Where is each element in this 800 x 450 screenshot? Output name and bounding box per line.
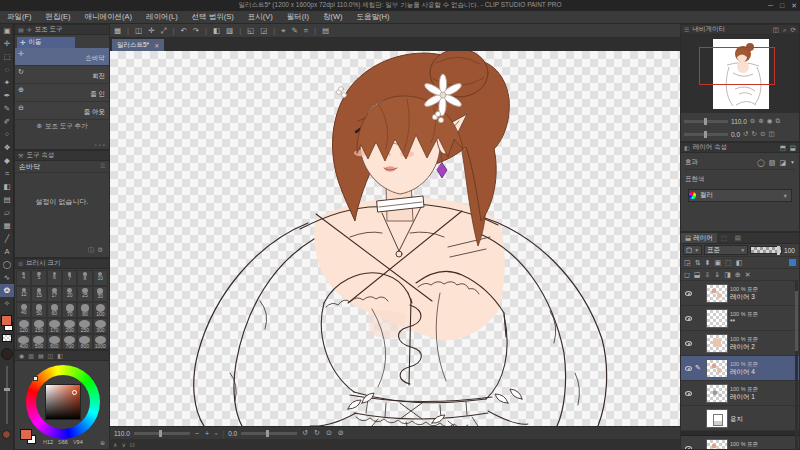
move-tool-icon[interactable]: ✛ [0,37,14,50]
layer-row[interactable]: ✎ 100 % 표준 ** [681,306,799,331]
layer-visibility-toggle[interactable] [683,341,693,346]
snap-special-ruler-icon[interactable]: ✎ [291,26,297,35]
sub-tool-item[interactable]: ⊖ 줌 아웃 [15,102,109,120]
menu-item[interactable]: 선택 범위(S) [185,12,241,22]
clip-at-layer-icon[interactable]: ◲ [684,259,691,267]
menu-item[interactable]: 편집(E) [39,12,78,22]
brush-size-cell[interactable]: 1000 [93,334,108,350]
redo-icon[interactable]: ↷ [193,26,199,35]
canvas-tab[interactable]: 일러스트5*✕ [112,39,164,51]
maximize-button[interactable]: □ [780,2,784,9]
close-button[interactable]: ✕ [791,2,797,10]
sub-tool-footer-icons[interactable]: ▫▫▫ [95,142,107,148]
layer-filter-combo[interactable]: ▢▼ [683,245,702,255]
brush-size-cell[interactable]: 7 [62,270,77,286]
rotate-left-button[interactable]: ↺ [301,429,309,437]
brush-tool-icon[interactable]: ✐ [0,115,14,128]
operation-tool-icon[interactable]: ▣ [0,24,14,37]
hue-handle[interactable] [33,376,38,381]
brush-size-cell[interactable]: 25 [77,286,92,302]
fill-icon[interactable]: ◧ [213,26,220,35]
merge-down-icon[interactable]: ⇓ [714,271,720,279]
marquee-tool-icon[interactable]: ⬚ [0,50,14,63]
sub-tool-item[interactable]: ⊕ 줌 인 [15,84,109,102]
brush-size-cell[interactable]: 60 [47,302,62,318]
balloon-tool-icon[interactable]: ◯ [0,258,14,271]
brush-size-cell[interactable]: 70 [62,302,77,318]
brush-size-cell[interactable]: 15 [31,286,46,302]
layer-visibility-toggle[interactable] [683,391,693,396]
tab-timeline-icon[interactable]: ▤ [731,233,745,243]
color-panel-tabs[interactable]: ◉▥▤◫◧ [15,351,109,361]
tab-layers[interactable]: ⬓레이어 [681,233,717,243]
navigator-preview[interactable] [681,35,799,113]
nav-zoom-in-icon[interactable]: ⊕ [758,117,763,125]
new-layer-icon[interactable]: ◻ [684,271,690,279]
view-settings-icon[interactable]: ▤ [322,26,329,35]
border-effect-icon[interactable]: ◯ [757,159,765,167]
brush-size-cell[interactable]: 17 [47,286,62,302]
pen-tool-icon[interactable]: ✒ [0,89,14,102]
decoration-tool-icon[interactable]: ❖ [0,141,14,154]
layer-list-scrollbar[interactable] [795,281,798,450]
layer-row[interactable]: ✎ 100 % 표준 레이어 2 [681,331,799,356]
sub-tool-item[interactable]: ↻ 회전 [15,66,109,84]
zoom-in-button[interactable]: + [204,430,210,437]
frame-tool-icon[interactable]: ▦ [0,219,14,232]
layer-visibility-toggle[interactable] [683,366,693,371]
brush-size-cell[interactable]: 150 [31,318,46,334]
nav-rotate-right-icon[interactable]: ↻ [752,130,757,138]
lock-transparent-icon[interactable]: ▣ [714,259,721,267]
separator[interactable]: | [273,26,275,35]
text-tool-icon[interactable]: A [0,245,14,258]
brush-size-cell[interactable]: 170 [47,318,62,334]
undo-icon[interactable]: ↶ [180,26,186,35]
sub-tool-group-tab[interactable]: ✛이동 [17,37,75,48]
overview-icon[interactable]: ⊡ [130,441,135,448]
nav-fit-icon[interactable]: ⧉ [775,117,780,125]
brush-size-cell[interactable]: 20 [62,286,77,302]
menu-item[interactable]: 표시(V) [241,12,280,22]
separator[interactable]: | [127,26,129,35]
tool-property-footer-icons[interactable]: ⓘ⚙ [88,246,106,255]
brush-size-cell[interactable]: 120 [16,318,31,334]
layer-color-effect-icon[interactable]: ◪ [779,159,786,167]
brush-size-cell[interactable]: 600 [47,334,62,350]
layer-thumbnail[interactable] [706,384,728,403]
apply-mask-icon[interactable]: ⊕ [735,271,741,279]
rail-slider[interactable] [6,366,8,424]
brush-size-cell[interactable]: 4 [16,270,31,286]
set-ruler-icon[interactable]: ◧ [736,259,743,267]
effect-dropdown-icon[interactable]: ▼ [790,159,795,167]
nav-actual-size-icon[interactable]: ◉ [767,117,773,125]
enable-mask-icon[interactable]: ⬚ [725,259,732,267]
lasso-tool-icon[interactable]: ◌ [0,63,14,76]
add-color-icon[interactable]: ⊕ [100,439,105,446]
separator[interactable]: | [205,26,207,35]
current-color-circle[interactable] [1,348,13,360]
canvas-zoom-slider[interactable] [134,432,190,435]
layer-row[interactable]: ✎ 용지 [681,406,799,431]
canvas-rotation-slider[interactable] [241,432,297,435]
layer-thumbnail[interactable] [706,334,728,353]
blend-mode-combo[interactable]: 표준▼ [704,245,748,255]
nav-reset-rotation-icon[interactable]: ⊙ [760,130,765,138]
snap-ruler-icon[interactable]: ⌖ [281,26,285,36]
lock-icon[interactable]: ⚿ [100,163,105,170]
eyedropper-tool-icon[interactable]: ✧ [0,297,14,310]
lock-layer-icon[interactable]: ⬍ [705,259,711,267]
tab-close-icon[interactable]: ✕ [154,42,159,49]
layer-visibility-toggle[interactable] [683,316,693,321]
menu-item[interactable]: 애니메이션(A) [78,12,140,22]
sub-color-circle[interactable] [2,430,11,439]
layer-color-chip[interactable] [789,259,796,266]
correct-line-tool-icon[interactable]: ∿ [0,271,14,284]
brush-size-cell[interactable]: 6 [47,270,62,286]
panel-menu-icon[interactable]: ☰ [684,26,689,33]
brush-size-cell[interactable]: 10 [93,270,108,286]
brush-size-cell[interactable]: 8 [77,270,92,286]
ruler-tool-icon[interactable]: ╱ [0,232,14,245]
tab-extra2-icon[interactable]: ⬓ [790,144,796,152]
menu-item[interactable]: 레이어(L) [139,12,185,22]
new-folder-icon[interactable]: ⬓ [694,271,701,279]
